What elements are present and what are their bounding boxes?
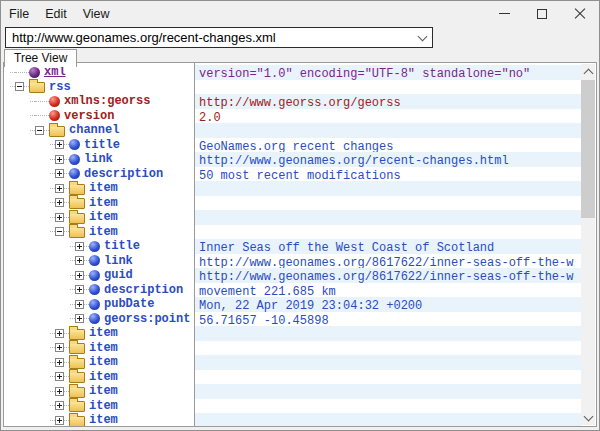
- folder-icon: [69, 198, 85, 209]
- tree-row[interactable]: item: [4, 225, 194, 240]
- expand-plus-icon[interactable]: [55, 343, 64, 352]
- value-text: GeoNames.org recent changes: [195, 140, 393, 153]
- tree-row[interactable]: item: [4, 196, 194, 211]
- tree-row[interactable]: item: [4, 413, 194, 426]
- value-row: [195, 210, 582, 225]
- tree-row[interactable]: xmlns:georss: [4, 94, 194, 109]
- expand-plus-icon[interactable]: [75, 285, 84, 294]
- maximize-icon: [537, 9, 547, 19]
- value-row: http://www.geonames.org/recent-changes.h…: [195, 152, 582, 167]
- attribute-icon: [49, 96, 60, 107]
- node-label: item: [89, 399, 118, 414]
- expand-plus-icon[interactable]: [55, 184, 64, 193]
- menu-file[interactable]: File: [1, 4, 37, 24]
- close-button[interactable]: [561, 1, 599, 26]
- element-icon: [69, 139, 80, 150]
- expand-plus-icon[interactable]: [55, 169, 64, 178]
- folder-icon: [29, 82, 45, 93]
- tree-row[interactable]: xml: [4, 65, 194, 80]
- tab-tree-view[interactable]: Tree View: [4, 49, 77, 67]
- expand-plus-icon[interactable]: [55, 155, 64, 164]
- collapse-minus-icon[interactable]: [15, 82, 24, 91]
- expand-plus-icon[interactable]: [55, 198, 64, 207]
- expand-plus-icon[interactable]: [55, 401, 64, 410]
- value-text: http://www.geonames.org/recent-changes.h…: [195, 154, 509, 167]
- combobox-dropdown-icon[interactable]: [418, 31, 428, 41]
- folder-icon: [69, 184, 85, 195]
- url-input[interactable]: http://www.geonames.org/recent-changes.x…: [12, 30, 419, 45]
- value-row: 2.0: [195, 109, 582, 124]
- expand-plus-icon[interactable]: [55, 213, 64, 222]
- menu-edit[interactable]: Edit: [37, 4, 75, 24]
- tree-row[interactable]: description: [4, 167, 194, 182]
- expand-plus-icon[interactable]: [75, 271, 84, 280]
- expand-plus-icon[interactable]: [55, 416, 64, 425]
- value-text: [195, 125, 199, 138]
- node-label: xml: [44, 65, 66, 80]
- value-text: [195, 386, 199, 399]
- value-row: 56.71657 -10.45898: [195, 312, 582, 327]
- tree-row[interactable]: georss:point: [4, 312, 194, 327]
- node-label: description: [84, 167, 163, 182]
- scroll-up-button[interactable]: [581, 64, 595, 79]
- tree-row[interactable]: description: [4, 283, 194, 298]
- value-row: [195, 80, 582, 95]
- value-row: http://www.geonames.org/8617622/inner-se…: [195, 254, 582, 269]
- node-label: link: [104, 254, 133, 269]
- value-row: [195, 326, 582, 341]
- node-label: xmlns:georss: [64, 94, 150, 109]
- tree-row[interactable]: title: [4, 138, 194, 153]
- element-icon: [69, 154, 80, 165]
- value-row: [195, 413, 582, 426]
- menu-view[interactable]: View: [75, 4, 118, 24]
- tree-row[interactable]: pubDate: [4, 297, 194, 312]
- expand-plus-icon[interactable]: [75, 256, 84, 265]
- value-row: [195, 370, 582, 385]
- expand-plus-icon[interactable]: [55, 358, 64, 367]
- expand-plus-icon[interactable]: [55, 387, 64, 396]
- tree-row[interactable]: channel: [4, 123, 194, 138]
- value-text: movement 221.685 km: [195, 285, 336, 298]
- expand-plus-icon[interactable]: [75, 300, 84, 309]
- scroll-down-button[interactable]: [581, 410, 595, 425]
- collapse-minus-icon[interactable]: [35, 126, 44, 135]
- folder-icon: [69, 416, 85, 426]
- node-label: item: [89, 210, 118, 225]
- url-combobox[interactable]: http://www.geonames.org/recent-changes.x…: [5, 27, 433, 48]
- tree-row[interactable]: version: [4, 109, 194, 124]
- expand-plus-icon[interactable]: [75, 242, 84, 251]
- value-row: Mon, 22 Apr 2019 23:04:32 +0200: [195, 297, 582, 312]
- tree-row[interactable]: item: [4, 384, 194, 399]
- tree-row[interactable]: item: [4, 399, 194, 414]
- tree-row[interactable]: rss: [4, 80, 194, 95]
- folder-icon: [69, 358, 85, 369]
- maximize-button[interactable]: [523, 1, 561, 26]
- vertical-scrollbar[interactable]: [581, 64, 595, 425]
- value-row: [195, 123, 582, 138]
- tree-connector-line: [15, 72, 29, 73]
- tree-row[interactable]: item: [4, 181, 194, 196]
- node-label: channel: [69, 123, 119, 138]
- collapse-minus-icon[interactable]: [55, 227, 64, 236]
- value-row: [195, 225, 582, 240]
- expand-plus-icon[interactable]: [55, 140, 64, 149]
- expand-plus-icon[interactable]: [55, 329, 64, 338]
- element-icon: [89, 241, 100, 252]
- expand-plus-icon[interactable]: [55, 372, 64, 381]
- tree-row[interactable]: item: [4, 341, 194, 356]
- url-bar-row: http://www.geonames.org/recent-changes.x…: [5, 27, 599, 48]
- element-icon: [89, 284, 100, 295]
- tree-row[interactable]: item: [4, 355, 194, 370]
- element-icon: [69, 168, 80, 179]
- expand-plus-icon[interactable]: [75, 314, 84, 323]
- tree-row[interactable]: link: [4, 254, 194, 269]
- scrollbar-thumb[interactable]: [581, 80, 595, 218]
- value-row: 50 most recent modifications: [195, 167, 582, 182]
- tree-row[interactable]: item: [4, 370, 194, 385]
- tree-row[interactable]: title: [4, 239, 194, 254]
- minimize-button[interactable]: [485, 1, 523, 26]
- tree-row[interactable]: item: [4, 326, 194, 341]
- tree-row[interactable]: guid: [4, 268, 194, 283]
- tree-row[interactable]: link: [4, 152, 194, 167]
- tree-row[interactable]: item: [4, 210, 194, 225]
